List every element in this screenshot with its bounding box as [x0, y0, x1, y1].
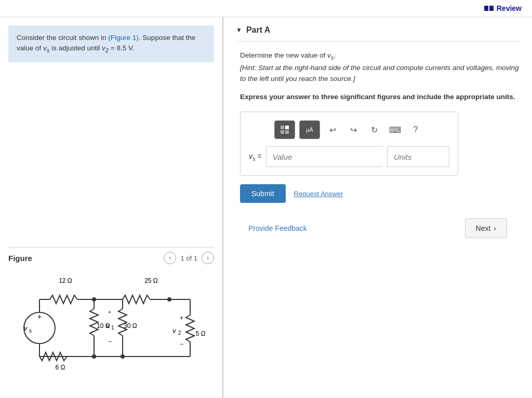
bottom-row: Provide Feedback Next ›	[236, 208, 520, 249]
part-a-header: ▼ Part A	[236, 25, 520, 42]
svg-text:25 Ω: 25 Ω	[144, 277, 158, 284]
svg-rect-40	[285, 130, 289, 134]
svg-text:s: s	[29, 328, 32, 334]
grid-button[interactable]	[274, 120, 295, 139]
hint-text: [Hint: Start at the right-hand side of t…	[240, 64, 519, 83]
svg-text:12 Ω: 12 Ω	[59, 277, 72, 284]
problem-statement: Consider the circuit shown in (Figure 1)…	[8, 25, 214, 62]
vs-label: vs =	[249, 152, 262, 162]
submit-button[interactable]: Submit	[240, 184, 286, 203]
svg-text:6 Ω: 6 Ω	[56, 364, 65, 371]
figure-section: Figure ‹ 1 of 1 › 12 Ω 25 Ω	[0, 242, 222, 398]
action-row: Submit Request Answer	[240, 184, 520, 203]
svg-text:+: +	[180, 314, 183, 322]
help-button[interactable]: ?	[407, 121, 424, 138]
svg-text:+: +	[108, 309, 111, 315]
svg-text:v: v	[172, 327, 177, 335]
next-figure-button[interactable]: ›	[202, 252, 214, 264]
svg-rect-39	[281, 130, 284, 134]
svg-text:v: v	[24, 324, 28, 332]
request-answer-link[interactable]: Request Answer	[294, 190, 343, 198]
prev-figure-button[interactable]: ‹	[164, 252, 176, 264]
review-icon	[484, 6, 494, 11]
left-panel: Consider the circuit shown in (Figure 1)…	[0, 17, 223, 398]
mu-button[interactable]: μÄ	[299, 120, 320, 139]
part-content: Determine the new value of vs. [Hint: St…	[236, 50, 520, 203]
collapse-arrow-icon[interactable]: ▼	[236, 26, 242, 34]
redo-button[interactable]: ↪	[345, 121, 362, 138]
desc-text-1: Determine the new value of vs.	[240, 51, 336, 59]
main-layout: Consider the circuit shown in (Figure 1)…	[0, 17, 532, 398]
next-chevron-icon: ›	[494, 224, 496, 232]
svg-text:2: 2	[178, 330, 181, 336]
figure-count: 1 of 1	[180, 254, 197, 262]
svg-text:30 Ω: 30 Ω	[124, 322, 137, 330]
problem-description: Determine the new value of vs. [Hint: St…	[240, 50, 520, 85]
units-input[interactable]	[387, 146, 449, 167]
answer-row: vs =	[249, 146, 449, 167]
svg-text:5 Ω: 5 Ω	[196, 330, 206, 337]
circuit-svg: 12 Ω 25 Ω	[19, 273, 216, 382]
svg-text:1: 1	[111, 325, 114, 331]
refresh-button[interactable]: ↻	[366, 121, 382, 138]
undo-button[interactable]: ↩	[324, 121, 341, 138]
svg-rect-37	[281, 126, 284, 129]
keyboard-button[interactable]: ⌨	[387, 121, 403, 138]
top-bar: Review	[0, 0, 532, 17]
svg-point-35	[121, 354, 125, 359]
svg-rect-38	[285, 126, 289, 129]
figure-title: Figure	[8, 254, 32, 263]
review-label: Review	[497, 4, 522, 12]
circuit-diagram: 12 Ω 25 Ω	[8, 268, 214, 393]
right-panel: ▼ Part A Determine the new value of vs. …	[223, 17, 532, 398]
bold-instruction: Express your answer to three significant…	[240, 92, 520, 102]
figure-link[interactable]: (Figure 1)	[108, 34, 139, 42]
answer-box: μÄ ↩ ↪ ↻ ⌨ ? vs =	[240, 112, 458, 176]
review-button[interactable]: Review	[484, 4, 522, 12]
figure-header: Figure ‹ 1 of 1 ›	[8, 247, 214, 268]
svg-text:−: −	[180, 340, 183, 348]
provide-feedback-link[interactable]: Provide Feedback	[248, 224, 307, 232]
problem-text-1: Consider the circuit shown in	[17, 34, 108, 42]
next-label: Next	[476, 224, 491, 232]
part-a-label: Part A	[246, 25, 271, 35]
value-input[interactable]	[266, 146, 383, 167]
svg-text:+: +	[37, 312, 42, 321]
figure-nav: ‹ 1 of 1 ›	[164, 252, 214, 264]
toolbar: μÄ ↩ ↪ ↻ ⌨ ?	[249, 120, 449, 139]
svg-text:−: −	[108, 338, 112, 345]
next-button[interactable]: Next ›	[465, 218, 507, 238]
part-a-section: ▼ Part A Determine the new value of vs. …	[236, 17, 520, 203]
